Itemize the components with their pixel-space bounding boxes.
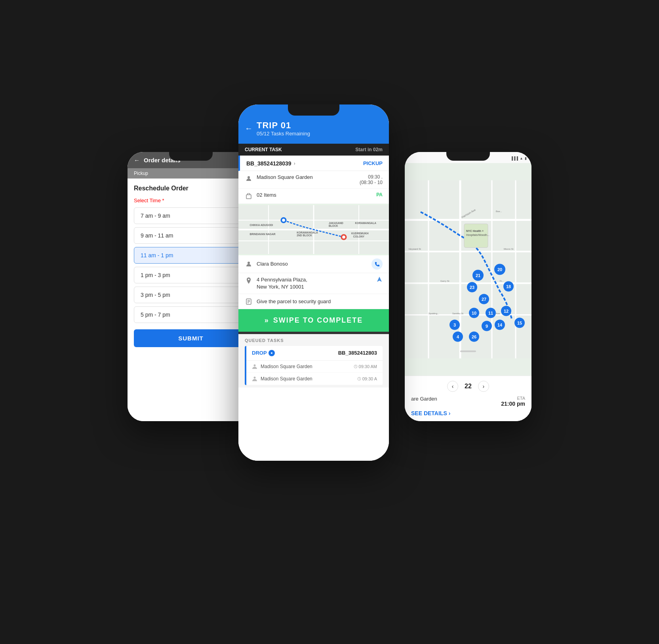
note-icon xyxy=(245,298,253,306)
time-slot-2[interactable]: 11 am - 1 pm xyxy=(134,247,248,264)
svg-text:NYC Health +: NYC Health + xyxy=(466,229,484,232)
phones-container: ← Order details Pickup Reschedule Order … xyxy=(151,104,508,540)
eta-time: 21:00 pm xyxy=(501,401,525,407)
svg-text:20: 20 xyxy=(497,267,502,272)
svg-text:Heyward St: Heyward St xyxy=(409,247,421,250)
navigate-icon[interactable] xyxy=(376,276,383,284)
svg-text:Boe...: Boe... xyxy=(496,210,502,212)
contact-row: Clara Bonoso xyxy=(238,255,389,273)
svg-text:15: 15 xyxy=(517,320,522,325)
queued-location-1: Madison Square Garden xyxy=(261,376,312,382)
svg-text:3: 3 xyxy=(453,322,456,327)
pagination-row: ‹ 22 › xyxy=(411,381,525,392)
note-text: Give the parcel to security guard xyxy=(257,298,331,304)
contact-call-button[interactable] xyxy=(371,258,383,270)
contact-icon xyxy=(245,260,253,268)
svg-text:Moore St: Moore St xyxy=(504,247,514,250)
items-text: 02 Items xyxy=(257,192,372,198)
items-status: PA xyxy=(376,192,383,198)
queued-time-0: 09:30 AM xyxy=(354,364,377,369)
task-id: BB_38524128039 › xyxy=(246,160,295,167)
svg-text:26: 26 xyxy=(472,334,476,339)
phone-center: ← TRIP 01 05/12 Tasks Remaining CURRENT … xyxy=(238,104,389,461)
task-id-chevron: › xyxy=(294,161,295,166)
svg-text:Ave: Ave xyxy=(496,312,500,314)
select-time-label: Select Time * xyxy=(134,198,248,203)
svg-text:Gerry St: Gerry St xyxy=(440,279,449,282)
time-slot-0[interactable]: 7 am - 9 am xyxy=(134,207,248,224)
back-arrow-left[interactable]: ← xyxy=(134,157,140,163)
trip-title: TRIP 01 xyxy=(257,120,310,131)
swipe-label: SWIPE TO COMPLETE xyxy=(273,316,363,325)
svg-point-22 xyxy=(248,262,250,264)
location-info: are Garden ETA 21:00 pm xyxy=(411,396,525,407)
wifi-icon: ▲ xyxy=(520,156,523,160)
svg-point-27 xyxy=(271,352,272,354)
svg-rect-85 xyxy=(460,350,476,352)
svg-text:9: 9 xyxy=(486,323,488,328)
drop-badge: DROP xyxy=(252,350,275,356)
current-task-label: CURRENT TASK xyxy=(245,147,282,152)
time-slot-1[interactable]: 9 am - 11 am xyxy=(134,227,248,244)
location-time: 09:30 . (08:30 - 10 xyxy=(360,174,383,185)
box-icon xyxy=(245,192,253,200)
next-page-button[interactable]: › xyxy=(478,381,489,392)
queued-location-0: Madison Square Garden xyxy=(261,364,312,369)
prev-page-button[interactable]: ‹ xyxy=(447,381,458,392)
location-icon xyxy=(245,277,253,285)
svg-text:21: 21 xyxy=(476,273,480,277)
svg-text:CHIKKA ADUGODI: CHIKKA ADUGODI xyxy=(250,223,273,226)
queued-detail-1: Madison Square Garden 09:30 A xyxy=(246,373,383,385)
queued-task-header: DROP BB_3852412803 xyxy=(246,346,383,361)
svg-text:2ND BLOCK: 2ND BLOCK xyxy=(297,234,312,237)
svg-text:Hospitals/Woodh...: Hospitals/Woodh... xyxy=(466,233,489,236)
svg-text:BRINDAVAN NAGAR: BRINDAVAN NAGAR xyxy=(250,233,276,236)
queued-task: DROP BB_3852412803 xyxy=(245,346,383,385)
svg-text:10: 10 xyxy=(472,310,476,315)
person-icon xyxy=(245,175,253,182)
back-arrow-center[interactable]: ← xyxy=(245,124,253,133)
see-details-button[interactable]: SEE DETAILS › xyxy=(411,410,525,416)
see-details-chevron-icon: › xyxy=(449,410,451,416)
svg-text:4: 4 xyxy=(457,334,459,339)
center-notch xyxy=(288,104,339,116)
order-header-sub: Pickup xyxy=(128,168,254,179)
svg-text:Spaldng...: Spaldng... xyxy=(429,312,439,314)
map-full: Harrison Ave Boe... Heyward St Moore St … xyxy=(405,163,531,376)
svg-point-0 xyxy=(248,176,250,179)
eta-label: ETA xyxy=(501,396,525,401)
reschedule-content: Reschedule Order Select Time * 7 am - 9 … xyxy=(128,179,254,421)
time-slot-5[interactable]: 5 pm - 7 pm xyxy=(134,306,248,323)
svg-text:11: 11 xyxy=(488,310,493,315)
svg-text:COLONY: COLONY xyxy=(353,235,365,237)
left-notch xyxy=(169,152,213,161)
start-in-label: Start in 02m xyxy=(355,147,383,152)
queued-task-id: BB_3852412803 xyxy=(338,350,377,356)
submit-button[interactable]: SUBMIT xyxy=(134,329,248,347)
task-header-row: BB_38524128039 › PICKUP xyxy=(238,156,389,171)
sub-header-text: Pickup xyxy=(134,171,148,176)
battery-icon: ▮ xyxy=(525,156,527,160)
pickup-badge: PICKUP xyxy=(363,160,383,166)
location-row: Madison Square Garden 09:30 . (08:30 - 1… xyxy=(238,171,389,189)
contact-name: Clara Bonoso xyxy=(257,261,288,267)
reschedule-title: Reschedule Order xyxy=(134,185,248,192)
swipe-arrows-icon: » xyxy=(265,316,269,325)
items-row: 02 Items PA xyxy=(238,189,389,204)
time-slot-3[interactable]: 1 pm - 3 pm xyxy=(134,267,248,283)
svg-line-31 xyxy=(356,367,356,367)
queued-detail-0: Madison Square Garden 09:30 AM xyxy=(246,361,383,373)
right-location-name: are Garden xyxy=(411,396,437,402)
swipe-to-complete-button[interactable]: » SWIPE TO COMPLETE xyxy=(238,309,389,332)
signal-icon: ▐▐▐ xyxy=(510,156,518,160)
svg-text:12: 12 xyxy=(504,308,509,313)
svg-line-35 xyxy=(359,379,360,380)
svg-text:BLOCK: BLOCK xyxy=(329,224,338,227)
location-text: Madison Square Garden xyxy=(257,174,356,180)
right-notch xyxy=(446,152,490,161)
svg-text:KORAMANGALA: KORAMANGALA xyxy=(355,221,377,224)
svg-point-32 xyxy=(254,376,256,378)
drop-circle-icon xyxy=(269,350,275,356)
svg-text:JAKASAND: JAKASAND xyxy=(329,221,343,224)
time-slot-4[interactable]: 3 pm - 5 pm xyxy=(134,287,248,303)
